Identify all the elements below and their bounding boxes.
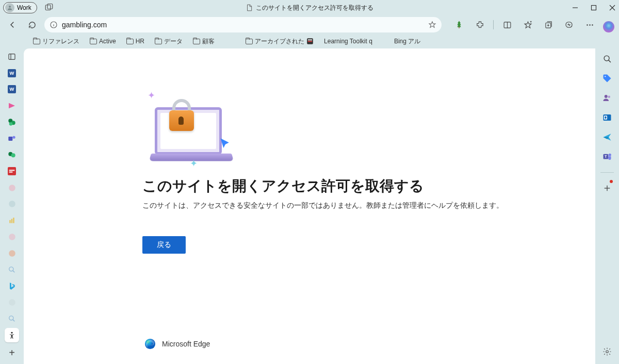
refresh-button[interactable]: [25, 18, 39, 32]
app-pink-2[interactable]: [5, 229, 19, 244]
svg-point-35: [12, 136, 15, 138]
app-pink-1[interactable]: [5, 180, 19, 195]
svg-rect-23: [308, 40, 312, 41]
app-misc[interactable]: [5, 295, 19, 309]
app-search-a[interactable]: [5, 262, 19, 277]
app-pdf[interactable]: [5, 164, 19, 178]
collections-icon[interactable]: [541, 18, 556, 32]
cursor-icon: [219, 137, 233, 152]
bookmark-folder[interactable]: データ: [151, 36, 187, 47]
app-word-1[interactable]: W: [5, 66, 19, 80]
vertical-tabs-icon[interactable]: [5, 49, 19, 64]
svg-point-68: [606, 351, 609, 353]
split-screen-icon[interactable]: [500, 18, 514, 32]
url-input[interactable]: [62, 21, 424, 29]
app-yellow[interactable]: [5, 213, 19, 228]
add-sidebar-button[interactable]: [600, 181, 614, 195]
close-button[interactable]: [609, 5, 616, 11]
app-grey[interactable]: [5, 197, 19, 211]
back-button[interactable]: [5, 18, 20, 32]
svg-line-49: [13, 271, 15, 273]
svg-rect-1: [45, 5, 51, 10]
edge-logo-icon: [144, 338, 156, 350]
bookmark-folder[interactable]: 顧客: [189, 36, 219, 47]
accessibility-icon[interactable]: [5, 328, 19, 342]
shopping-tag-icon[interactable]: [600, 71, 614, 86]
svg-rect-38: [8, 167, 16, 175]
svg-rect-39: [9, 170, 15, 171]
toolbar-actions: [452, 18, 597, 32]
extensions-icon[interactable]: [473, 18, 487, 32]
svg-point-42: [9, 201, 15, 208]
app-green[interactable]: [5, 148, 19, 162]
profile-switcher[interactable]: Work: [3, 2, 37, 13]
favorite-star-icon[interactable]: [428, 21, 436, 29]
bookmark-label: 顧客: [202, 37, 215, 46]
profile-label: Work: [17, 4, 31, 11]
app-sharepoint[interactable]: [5, 115, 19, 129]
settings-icon[interactable]: [600, 344, 614, 359]
folder-icon: [193, 39, 200, 44]
tab-title-area: このサイトを開くアクセス許可を取得する: [246, 4, 373, 12]
svg-rect-34: [8, 137, 12, 141]
copilot-button[interactable]: [601, 20, 616, 34]
svg-point-55: [604, 56, 609, 61]
site-info-icon[interactable]: [50, 21, 58, 29]
bookmark-folder[interactable]: リファレンス: [29, 36, 84, 47]
svg-rect-2: [47, 4, 53, 9]
svg-text:W: W: [10, 87, 14, 92]
teams-chat-icon[interactable]: T: [600, 150, 614, 164]
svg-point-50: [9, 299, 15, 306]
svg-rect-44: [11, 219, 12, 223]
app-bing[interactable]: [5, 279, 19, 293]
title-bar: Work このサイトを開くアクセス許可を取得する: [0, 0, 619, 15]
svg-point-51: [9, 316, 13, 320]
app-teams[interactable]: [5, 131, 19, 146]
left-sidebar: W W +: [0, 48, 24, 364]
bookmark-link[interactable]: Bing アル: [390, 36, 425, 47]
add-tab-button[interactable]: +: [5, 345, 19, 360]
svg-line-52: [13, 320, 15, 322]
app-search-b[interactable]: [5, 311, 19, 326]
svg-point-19: [589, 24, 591, 26]
svg-line-56: [608, 60, 610, 62]
maximize-button[interactable]: [590, 5, 597, 11]
main-layout: W W + ✦ ✦ このサイトを開くアクセス許可を: [0, 48, 619, 364]
lock-keyhole: [178, 117, 184, 125]
separator: [493, 20, 494, 29]
favorites-icon[interactable]: [520, 18, 535, 32]
page-content: ✦ ✦ このサイトを開くアクセス許可を取得する このサイトは、アクセスできる安全…: [24, 48, 595, 364]
bookmark-label: Bing アル: [394, 37, 420, 46]
more-menu-icon[interactable]: [582, 18, 597, 32]
bookmark-label: データ: [164, 37, 183, 46]
bookmark-folder[interactable]: HR: [122, 37, 149, 46]
address-bar[interactable]: [44, 17, 442, 32]
svg-point-59: [608, 96, 611, 98]
go-back-button[interactable]: 戻る: [142, 236, 186, 254]
send-icon[interactable]: [600, 130, 614, 144]
svg-rect-10: [459, 27, 460, 28]
svg-point-58: [605, 95, 608, 98]
app-orange[interactable]: [5, 246, 19, 260]
bookmark-label: アーカイブされた: [255, 37, 304, 46]
wellness-icon[interactable]: [562, 18, 576, 32]
bookmark-folder[interactable]: アーカイブされた: [241, 36, 318, 47]
bookmark-favicon: [306, 38, 314, 45]
svg-point-20: [592, 24, 593, 26]
people-icon[interactable]: [600, 91, 614, 105]
app-media[interactable]: [5, 98, 19, 113]
bookmark-link[interactable]: Learning Toolkit q: [320, 37, 377, 46]
bookmark-label: Learning Toolkit q: [324, 38, 372, 45]
search-icon[interactable]: [600, 52, 614, 66]
outlook-icon[interactable]: [600, 110, 614, 125]
svg-rect-25: [9, 54, 15, 60]
app-word-2[interactable]: W: [5, 82, 19, 97]
sparkle-icon: ✦: [148, 90, 155, 101]
edge-brand: Microsoft Edge: [144, 338, 210, 350]
notification-dot: [610, 180, 613, 183]
workspaces-icon[interactable]: [44, 3, 54, 12]
tree-icon[interactable]: [452, 18, 466, 32]
minimize-button[interactable]: [572, 5, 579, 11]
bookmark-folder[interactable]: Active: [86, 37, 120, 46]
svg-point-47: [9, 250, 15, 257]
